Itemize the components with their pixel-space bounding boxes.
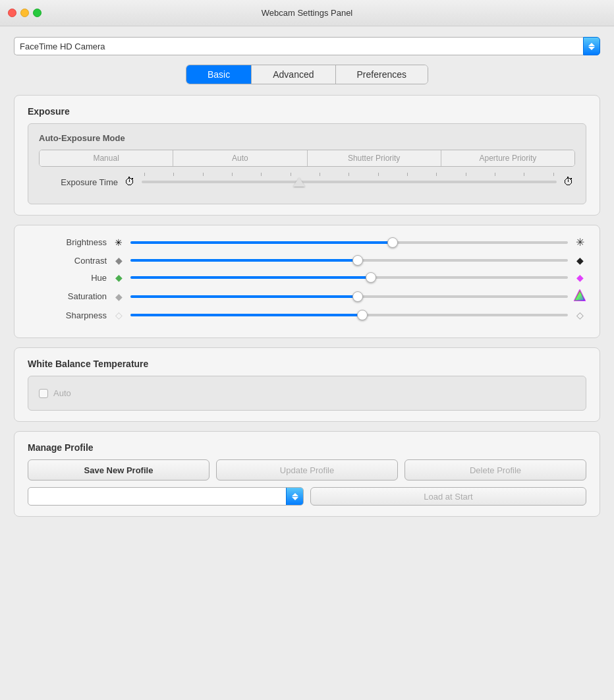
hue-label: Hue: [28, 273, 107, 283]
exposure-track: [142, 181, 557, 183]
brightness-label: Brightness: [28, 237, 107, 247]
hue-fill: [130, 276, 371, 279]
minimize-button[interactable]: [20, 9, 29, 17]
white-balance-panel: White Balance Temperature Auto: [14, 347, 600, 422]
stepper-down-icon: [588, 47, 595, 50]
stepper-up-icon: [588, 43, 595, 46]
load-at-start-button[interactable]: Load at Start: [310, 487, 586, 506]
camera-stepper[interactable]: [583, 37, 600, 55]
hue-icon-left: ◆: [112, 272, 125, 283]
saturation-icon-right: [573, 289, 586, 303]
sharpness-row: Sharpness ◇ ◇: [28, 310, 586, 320]
profile-select-stepper[interactable]: [286, 487, 303, 506]
contrast-icon-left: ◆: [112, 255, 125, 266]
sharpness-thumb[interactable]: [357, 310, 368, 320]
contrast-fill: [130, 259, 358, 262]
contrast-row: Contrast ◆ ◆: [28, 255, 586, 266]
svg-marker-1: [574, 290, 585, 301]
auto-exposure-inner-panel: Auto-Exposure Mode Manual Auto Shutter P…: [28, 123, 586, 204]
profile-select[interactable]: [28, 487, 304, 506]
saturation-label: Saturation: [28, 291, 107, 301]
saturation-fill: [130, 295, 358, 298]
main-content: FaceTime HD Camera Basic Advanced Prefer…: [14, 37, 600, 526]
contrast-label: Contrast: [28, 256, 107, 266]
saturation-slider[interactable]: [130, 291, 568, 302]
profile-stepper-up-icon: [292, 493, 298, 496]
brightness-thumb[interactable]: [387, 237, 398, 248]
sharpness-icon-right: ◇: [573, 310, 586, 320]
hue-slider[interactable]: [130, 272, 568, 283]
hue-icon-right: ◆: [573, 272, 586, 283]
contrast-track: [130, 259, 568, 262]
auto-exposure-label: Auto-Exposure Mode: [39, 133, 575, 143]
auto-checkbox[interactable]: [39, 389, 48, 398]
manage-profile-label: Manage Profile: [28, 442, 586, 453]
brightness-track: [130, 241, 568, 244]
auto-label: Auto: [53, 388, 71, 398]
saturation-row: Saturation ◆: [28, 289, 586, 303]
sliders-panel: Brightness ✳ ✳ Contrast ◆: [14, 225, 600, 338]
tabs-container: Basic Advanced Preferences: [14, 65, 600, 84]
exposure-panel: Exposure Auto-Exposure Mode Manual Auto …: [14, 95, 600, 216]
sharpness-icon-left: ◇: [112, 310, 125, 320]
contrast-slider[interactable]: [130, 255, 568, 266]
white-balance-inner: Auto: [28, 376, 586, 411]
profile-stepper-down-icon: [292, 497, 298, 500]
sharpness-fill: [130, 314, 362, 316]
white-balance-label: White Balance Temperature: [28, 359, 586, 369]
tab-preferences[interactable]: Preferences: [336, 65, 428, 84]
mode-btn-auto[interactable]: Auto: [173, 150, 307, 166]
sharpness-label: Sharpness: [28, 310, 107, 320]
saturation-thumb[interactable]: [352, 291, 363, 302]
sharpness-track: [130, 314, 568, 316]
traffic-lights: [8, 9, 42, 17]
brightness-slider[interactable]: [130, 237, 568, 248]
brightness-icon-left: ✳: [112, 237, 125, 248]
tab-group: Basic Advanced Preferences: [186, 65, 428, 84]
hue-row: Hue ◆ ◆: [28, 272, 586, 283]
brightness-fill: [130, 241, 393, 244]
brightness-icon-right: ✳: [573, 236, 586, 248]
profile-buttons-row: Save New Profile Update Profile Delete P…: [28, 459, 586, 481]
exposure-time-label: Exposure Time: [39, 177, 118, 187]
saturation-icon-left: ◆: [112, 291, 125, 302]
tab-advanced[interactable]: Advanced: [252, 65, 335, 84]
saturation-track: [130, 295, 568, 298]
camera-select-text: FaceTime HD Camera: [20, 42, 105, 51]
exposure-mode-group: Manual Auto Shutter Priority Aperture Pr…: [39, 150, 575, 167]
save-new-profile-button[interactable]: Save New Profile: [28, 459, 209, 481]
profile-row-bottom: Load at Start: [28, 487, 586, 506]
sharpness-slider[interactable]: [130, 310, 568, 320]
delete-profile-button[interactable]: Delete Profile: [405, 459, 586, 481]
auto-row: Auto: [39, 386, 575, 401]
mode-btn-aperture[interactable]: Aperture Priority: [441, 150, 574, 166]
exposure-section-label: Exposure: [28, 106, 586, 117]
manage-profile-panel: Manage Profile Save New Profile Update P…: [14, 431, 600, 517]
exposure-time-slider[interactable]: [142, 177, 557, 187]
mode-btn-shutter[interactable]: Shutter Priority: [308, 150, 441, 166]
camera-select[interactable]: FaceTime HD Camera: [14, 37, 583, 55]
exposure-icon-right: ⏱: [562, 176, 575, 188]
brightness-row: Brightness ✳ ✳: [28, 236, 586, 248]
exposure-icon-left: ⏱: [123, 176, 136, 188]
mode-btn-manual[interactable]: Manual: [40, 150, 173, 166]
close-button[interactable]: [8, 9, 16, 17]
title-bar: Webcam Settings Panel: [0, 0, 614, 26]
window-title: Webcam Settings Panel: [262, 8, 353, 18]
hue-thumb[interactable]: [366, 272, 376, 283]
update-profile-button[interactable]: Update Profile: [216, 459, 398, 481]
exposure-time-row: Exposure Time ⏱ ⏱: [39, 176, 575, 188]
exposure-thumb[interactable]: [293, 177, 305, 187]
contrast-icon-right: ◆: [573, 255, 586, 266]
maximize-button[interactable]: [33, 9, 42, 17]
camera-selector-row: FaceTime HD Camera: [14, 37, 600, 55]
contrast-thumb[interactable]: [352, 255, 363, 266]
hue-track: [130, 276, 568, 279]
tab-basic[interactable]: Basic: [186, 65, 252, 84]
